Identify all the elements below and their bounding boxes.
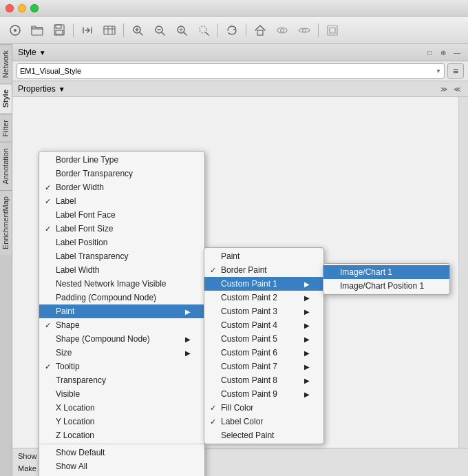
- menu-item-show-default[interactable]: Show Default: [39, 446, 204, 459]
- menu-item-padding[interactable]: Padding (Compound Node): [39, 291, 204, 304]
- panel-title-row: Style ▼: [18, 48, 46, 57]
- style-caret-icon: ▼: [436, 68, 441, 74]
- zoom-in-icon[interactable]: [128, 21, 147, 40]
- menu-item-label-width[interactable]: Label Width: [39, 263, 204, 277]
- menu-item-nested-network[interactable]: Nested Network Image Visible: [39, 277, 204, 291]
- menu-item-label-font-size[interactable]: Label Font Size: [39, 222, 204, 236]
- sub-menu-item-custom-paint-5[interactable]: Custom Paint 5 ▶: [204, 332, 323, 346]
- sub-menu-item-custom-paint-3[interactable]: Custom Paint 3 ▶: [204, 304, 323, 318]
- svg-rect-27: [328, 25, 337, 35]
- menu-item-label-position[interactable]: Label Position: [39, 236, 204, 249]
- export-icon[interactable]: [323, 21, 342, 40]
- style-name: EM1_Visual_Style: [20, 67, 81, 75]
- panel-pin-icon[interactable]: ⊕: [438, 47, 449, 58]
- svg-line-13: [140, 32, 142, 35]
- toolbar-sep-4: [246, 23, 246, 37]
- menu-item-shape-compound[interactable]: Shape (Compound Node) ▶: [39, 332, 204, 346]
- network-icon[interactable]: [6, 21, 25, 40]
- panel-title: Style: [18, 48, 36, 57]
- svg-point-1: [14, 29, 17, 32]
- left-tabs: Network Style Filter Annotation Enrichme…: [0, 44, 12, 476]
- panel-dropdown-icon[interactable]: ▼: [39, 49, 46, 56]
- sidebar-item-annotation[interactable]: Annotation: [0, 142, 12, 190]
- menu-item-size[interactable]: Size ▶: [39, 346, 204, 360]
- menu-item-hide-all[interactable]: Hide All: [39, 473, 204, 476]
- menu-item-y-location[interactable]: Y Location: [39, 415, 204, 428]
- sub2-menu-item-image-chart-1[interactable]: Image/Chart 1: [323, 265, 449, 279]
- zoom-out-icon[interactable]: [150, 21, 169, 40]
- sidebar-item-enrichmentmap[interactable]: EnrichmentMap: [0, 190, 12, 255]
- sidebar-item-network[interactable]: Network: [0, 44, 12, 83]
- sub-menu-item-custom-paint-4[interactable]: Custom Paint 4 ▶: [204, 318, 323, 332]
- menu-item-border-width[interactable]: Border Width: [39, 180, 204, 194]
- table-icon[interactable]: [100, 21, 119, 40]
- save-icon[interactable]: [50, 21, 69, 40]
- panel-close-icon[interactable]: —: [451, 47, 462, 58]
- menu-item-label-transparency[interactable]: Label Transparency: [39, 249, 204, 263]
- style-dropdown[interactable]: EM1_Visual_Style ▼: [17, 63, 445, 79]
- style-menu-button[interactable]: ≡: [447, 63, 464, 79]
- menu-item-transparency[interactable]: Transparency: [39, 373, 204, 387]
- bird-eye-icon[interactable]: [273, 21, 292, 40]
- menu-item-shape[interactable]: Shape: [39, 318, 204, 332]
- menu-item-x-location[interactable]: X Location: [39, 401, 204, 415]
- sub-menu-item-custom-paint-8[interactable]: Custom Paint 8 ▶: [204, 373, 323, 387]
- sub-menu-item-custom-paint-2[interactable]: Custom Paint 2 ▶: [204, 291, 323, 304]
- panel-undock-icon[interactable]: □: [424, 47, 435, 58]
- svg-line-18: [184, 32, 187, 35]
- menu-sep-1: [39, 444, 204, 444]
- scroll-bar[interactable]: [458, 97, 468, 448]
- svg-point-25: [281, 28, 284, 32]
- style-row: EM1_Visual_Style ▼ ≡: [12, 61, 468, 81]
- panel-header: Style ▼ □ ⊕ —: [12, 44, 468, 61]
- toolbar-sep-5: [318, 23, 319, 37]
- sidebar-item-style[interactable]: Style: [0, 83, 12, 113]
- paint-sub-menu: Paint Border Paint Custom Paint 1 ▶ Cust…: [204, 247, 324, 444]
- sub-menu-item-custom-paint-7[interactable]: Custom Paint 7 ▶: [204, 360, 323, 373]
- import-icon[interactable]: [78, 21, 97, 40]
- menu-item-paint[interactable]: Paint ▶: [39, 304, 204, 318]
- maximize-button[interactable]: [30, 4, 39, 12]
- sidebar-item-filter[interactable]: Filter: [0, 114, 12, 142]
- menu-item-border-transparency[interactable]: Border Transparency: [39, 167, 204, 180]
- panel-area: Style ▼ □ ⊕ — EM1_Visual_Style ▼ ≡ Prope…: [12, 44, 468, 476]
- menu-item-label-font-face[interactable]: Label Font Face: [39, 208, 204, 222]
- sub2-menu-item-image-chart-position-1[interactable]: Image/Chart Position 1: [323, 279, 449, 293]
- sub-menu-item-label-color[interactable]: Label Color: [204, 415, 323, 428]
- expand-icon[interactable]: ≪: [451, 83, 462, 94]
- svg-point-26: [303, 28, 306, 32]
- home-icon[interactable]: [251, 21, 270, 40]
- svg-line-16: [162, 32, 164, 35]
- menu-item-show-all[interactable]: Show All: [39, 459, 204, 473]
- properties-icons: ≫ ≪: [438, 83, 462, 94]
- menu-item-border-line-type[interactable]: Border Line Type: [39, 153, 204, 167]
- menu-item-visible[interactable]: Visible: [39, 387, 204, 401]
- toolbar-sep-3: [217, 23, 218, 37]
- sub-menu-item-paint[interactable]: Paint: [204, 249, 323, 263]
- zoom-selected-icon[interactable]: [194, 21, 213, 40]
- properties-title[interactable]: Properties ▼: [18, 84, 65, 94]
- menu-item-tooltip[interactable]: Tooltip: [39, 360, 204, 373]
- menu-item-z-location[interactable]: Z Location: [39, 428, 204, 442]
- sub-menu-item-border-paint[interactable]: Border Paint: [204, 263, 323, 277]
- eye-icon[interactable]: [295, 21, 314, 40]
- titlebar: [0, 0, 468, 17]
- open-icon[interactable]: [28, 21, 47, 40]
- svg-rect-28: [330, 28, 335, 33]
- svg-rect-6: [104, 26, 115, 34]
- zoom-fit-icon[interactable]: [172, 21, 191, 40]
- paint-main-menu: Border Line Type Border Transparency Bor…: [39, 151, 205, 476]
- svg-line-22: [206, 32, 209, 35]
- collapse-icon[interactable]: ≫: [438, 83, 449, 94]
- sub-menu-item-custom-paint-6[interactable]: Custom Paint 6 ▶: [204, 346, 323, 360]
- properties-label: Properties: [18, 84, 56, 94]
- refresh-icon[interactable]: [222, 21, 242, 40]
- close-button[interactable]: [6, 4, 14, 12]
- menu-item-label[interactable]: Label: [39, 194, 204, 208]
- sub-menu-item-custom-paint-9[interactable]: Custom Paint 9 ▶: [204, 387, 323, 401]
- minimize-button[interactable]: [18, 4, 26, 12]
- sub-menu-item-fill-color[interactable]: Fill Color: [204, 401, 323, 415]
- traffic-lights: [6, 4, 39, 12]
- sub-menu-item-custom-paint-1[interactable]: Custom Paint 1 ▶: [204, 277, 323, 291]
- sub-menu-item-selected-paint[interactable]: Selected Paint: [204, 428, 323, 442]
